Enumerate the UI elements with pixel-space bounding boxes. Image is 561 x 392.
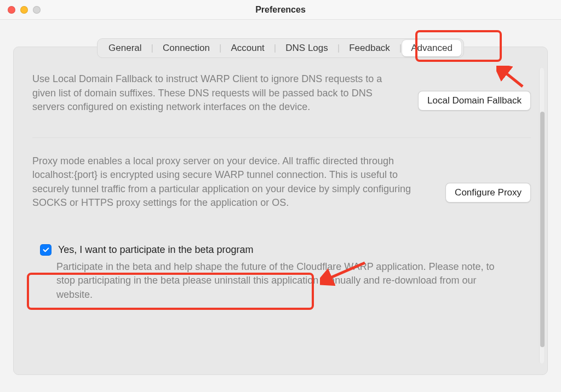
window-controls — [8, 6, 41, 14]
tab-general[interactable]: General — [100, 40, 150, 56]
tab-account[interactable]: Account — [222, 40, 273, 56]
close-icon[interactable] — [8, 6, 15, 14]
local-domain-section: Use Local Domain Fallback to instruct WA… — [32, 72, 531, 114]
scrollbar-track[interactable] — [539, 68, 544, 364]
preferences-tabbar: General | Connection | Account | DNS Log… — [97, 38, 464, 58]
beta-checkbox-label: Yes, I want to participate in the beta p… — [58, 244, 254, 256]
divider — [32, 137, 531, 138]
configure-proxy-button[interactable]: Configure Proxy — [445, 183, 531, 203]
tab-advanced[interactable]: Advanced — [402, 40, 461, 56]
proxy-desc: Proxy mode enables a local proxy server … — [32, 154, 429, 210]
check-icon — [42, 246, 50, 253]
titlebar: Preferences — [0, 0, 561, 20]
tab-dns-logs[interactable]: DNS Logs — [277, 40, 336, 56]
minimize-icon[interactable] — [20, 6, 28, 14]
local-domain-desc: Use Local Domain Fallback to instruct WA… — [32, 72, 402, 114]
advanced-panel: Use Local Domain Fallback to instruct WA… — [13, 47, 548, 375]
tab-connection[interactable]: Connection — [154, 40, 219, 56]
scrollbar-thumb[interactable] — [540, 112, 545, 347]
proxy-section: Proxy mode enables a local proxy server … — [32, 154, 531, 210]
zoom-icon[interactable] — [33, 6, 41, 14]
beta-desc: Participate in the beta and help shape t… — [56, 260, 514, 302]
local-domain-fallback-button[interactable]: Local Domain Fallback — [418, 91, 531, 111]
tab-feedback[interactable]: Feedback — [340, 40, 399, 56]
beta-checkbox[interactable] — [40, 244, 51, 256]
beta-checkbox-row: Yes, I want to participate in the beta p… — [40, 244, 531, 256]
window-title: Preferences — [0, 5, 561, 15]
